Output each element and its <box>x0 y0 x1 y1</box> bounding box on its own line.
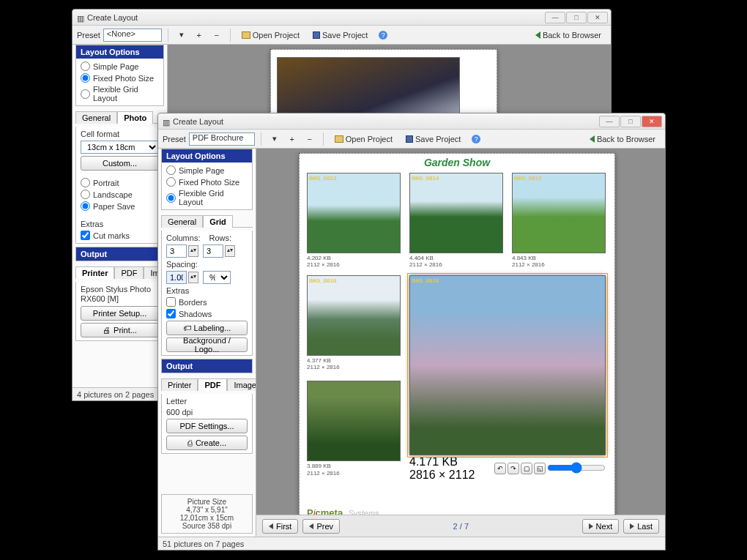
tab-photo[interactable]: Photo <box>117 111 153 124</box>
spacing-stepper[interactable]: ▴▾ <box>188 272 198 283</box>
back-to-browser-button[interactable]: Back to Browser <box>530 28 606 42</box>
preset-dropdown-icon[interactable]: ▾ <box>174 28 189 42</box>
background-logo-button[interactable]: Background / Logo... <box>166 337 248 352</box>
thumb-info: 4.404 KB <box>409 255 434 261</box>
save-icon <box>313 31 320 39</box>
folder-icon <box>242 31 250 39</box>
layout-simple-radio[interactable]: Simple Page <box>166 165 248 175</box>
thumb-info: 4.377 KB <box>307 357 331 364</box>
output-tab-printer[interactable]: Printer <box>75 266 114 279</box>
save-project-button[interactable]: Save Project <box>308 28 373 42</box>
next-label: Next <box>596 522 613 531</box>
preset-label: Preset <box>163 135 186 143</box>
close-button[interactable]: ✕ <box>587 12 608 23</box>
columns-input[interactable] <box>166 244 187 258</box>
preset-remove-button[interactable]: − <box>302 132 317 146</box>
labeling-button[interactable]: 🏷 Labeling... <box>166 321 248 335</box>
grid-thumb[interactable]: IMG_0815 <box>512 173 606 253</box>
output-tab-printer[interactable]: Printer <box>161 378 198 391</box>
minimize-button[interactable]: — <box>599 116 620 127</box>
close-button[interactable]: ✕ <box>642 116 662 127</box>
layout-flex-radio[interactable]: Flexible Grid Layout <box>81 85 159 102</box>
create-pdf-button[interactable]: ⎙ Create... <box>166 436 248 450</box>
window-title: Create Layout <box>87 13 138 22</box>
preset-remove-button[interactable]: − <box>209 28 224 42</box>
rows-label: Rows: <box>209 234 232 242</box>
first-label: First <box>276 522 291 531</box>
orient-landscape-radio[interactable]: Landscape <box>81 190 159 199</box>
tab-general[interactable]: General <box>161 215 203 228</box>
maximize-button[interactable]: □ <box>566 12 587 23</box>
first-icon <box>269 523 273 529</box>
first-page-button[interactable]: First <box>262 519 298 534</box>
borders-checkbox[interactable]: Borders <box>166 297 248 307</box>
grid-thumb[interactable]: IMG_0816 <box>307 275 401 356</box>
pdf-settings-button[interactable]: PDF Settings... <box>166 419 248 433</box>
fit-icon[interactable]: ◱ <box>534 463 546 474</box>
layout-flex-radio[interactable]: Flexible Grid Layout <box>166 189 248 206</box>
print-button[interactable]: 🖨 Print... <box>81 323 159 337</box>
open-project-button[interactable]: Open Project <box>330 132 398 146</box>
rotate-left-icon[interactable]: ↶ <box>494 463 506 474</box>
save-project-label: Save Project <box>322 31 368 40</box>
rows-stepper[interactable]: ▴▾ <box>225 245 235 257</box>
shadows-label: Shadows <box>179 310 212 318</box>
preset-select[interactable]: <None> <box>103 29 162 42</box>
layout-fixed-label: Fixed Photo Size <box>93 74 154 83</box>
output-tab-pdf[interactable]: PDF <box>198 378 227 391</box>
last-page-button[interactable]: Last <box>623 519 659 534</box>
tab-general[interactable]: General <box>75 111 117 124</box>
crop-icon[interactable]: ▢ <box>521 463 532 474</box>
grid-thumb[interactable]: IMG_0814 <box>409 173 503 253</box>
layout-fixed-radio[interactable]: Fixed Photo Size <box>81 73 159 83</box>
tab-grid[interactable]: Grid <box>203 215 233 228</box>
custom-format-button[interactable]: Custom... <box>81 156 159 171</box>
rotate-right-icon[interactable]: ↷ <box>508 463 519 474</box>
preset-add-button[interactable]: + <box>192 28 207 42</box>
shadows-checkbox[interactable]: Shadows <box>166 309 248 318</box>
columns-stepper[interactable]: ▴▾ <box>188 245 198 257</box>
status-text: 4 pictures on 2 pages <box>77 390 154 399</box>
preview-canvas[interactable]: Garden Show IMG_08134.202 KB2112 × 2816 … <box>256 149 665 537</box>
open-project-button[interactable]: Open Project <box>237 28 305 42</box>
app-icon: ▥ <box>77 14 84 21</box>
picture-size-dpi: Source 358 dpi <box>182 522 231 530</box>
layout-fixed-radio[interactable]: Fixed Photo Size <box>166 177 248 187</box>
thumb-dim: 2112 × 2816 <box>307 261 340 268</box>
help-button[interactable]: ? <box>376 28 390 42</box>
spacing-unit-select[interactable]: % <box>203 271 231 284</box>
layout-simple-radio[interactable]: Simple Page <box>81 61 159 71</box>
printer-setup-button[interactable]: Printer Setup... <box>81 306 159 321</box>
orient-papersave-label: Paper Save <box>93 202 135 211</box>
next-page-button[interactable]: Next <box>582 519 620 534</box>
zoom-slider[interactable] <box>547 463 606 473</box>
rows-input[interactable] <box>203 244 223 258</box>
orient-papersave-radio[interactable]: Paper Save <box>81 201 159 211</box>
last-icon <box>630 523 634 529</box>
preset-dropdown-icon[interactable]: ▾ <box>267 132 282 146</box>
thumb-dim: 2816 × 2112 <box>409 468 475 481</box>
save-icon <box>406 135 413 143</box>
maximize-button[interactable]: □ <box>620 116 641 127</box>
help-button[interactable]: ? <box>469 132 483 146</box>
orient-portrait-radio[interactable]: Portrait <box>81 178 159 187</box>
grid-thumb[interactable] <box>307 381 401 461</box>
back-to-browser-button[interactable]: Back to Browser <box>584 132 661 146</box>
thumb-dim: 2112 × 2816 <box>307 364 340 370</box>
create-pdf-label: Create... <box>196 438 226 447</box>
columns-label: Columns: <box>166 234 200 242</box>
preset-add-button[interactable]: + <box>285 132 300 146</box>
preset-select[interactable]: PDF Brochure <box>189 132 255 146</box>
grid-thumb[interactable]: IMG_0813 <box>307 173 401 253</box>
output-tab-pdf[interactable]: PDF <box>114 266 144 279</box>
printer-name: Epson Stylus Photo RX600 [M] <box>81 285 159 304</box>
prev-page-button[interactable]: Prev <box>302 519 340 534</box>
spacing-input[interactable] <box>166 271 187 284</box>
cell-format-select[interactable]: 13cm x 18cm <box>81 141 159 154</box>
print-label: Print... <box>114 326 137 335</box>
output-tab-image[interactable]: Image <box>227 378 256 391</box>
grid-thumb-selected[interactable]: IMG_0818 <box>409 275 606 455</box>
cutmarks-checkbox[interactable]: Cut marks <box>81 231 159 240</box>
minimize-button[interactable]: — <box>545 12 565 23</box>
save-project-button[interactable]: Save Project <box>401 132 466 146</box>
